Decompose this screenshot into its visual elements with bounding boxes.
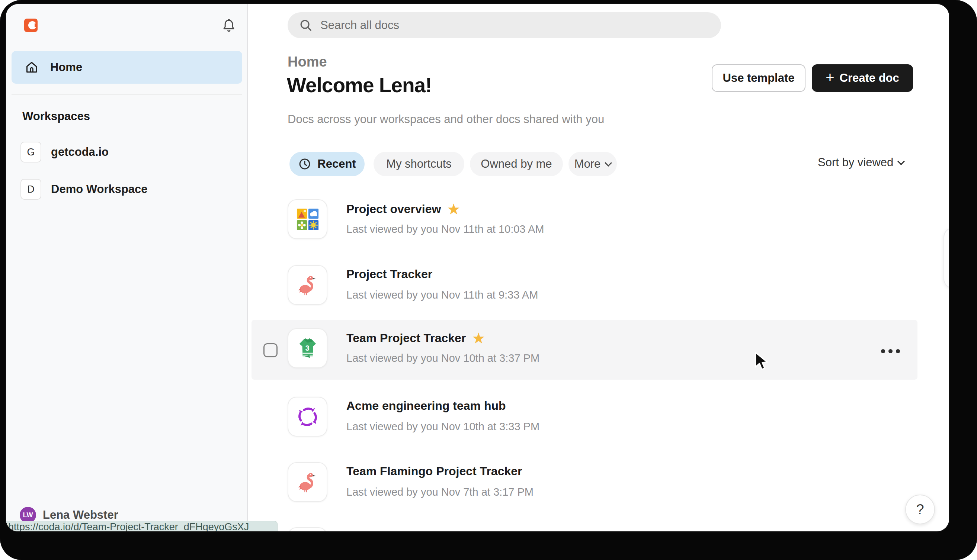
doc-icon-collage — [287, 199, 327, 239]
doc-meta: Last viewed by you Nov 7th at 3:17 PM — [346, 486, 533, 498]
use-template-button[interactable]: Use template — [712, 64, 805, 92]
hidden-edge-panel[interactable] — [944, 228, 950, 288]
screenshot-stage: Home Workspaces G getcoda.io D Demo Work… — [0, 0, 977, 560]
bell-icon[interactable] — [221, 18, 237, 34]
tab-label: My shortcuts — [386, 157, 452, 171]
star-icon[interactable]: ★ — [473, 330, 484, 346]
sidebar-home-label: Home — [50, 61, 82, 74]
workspaces-heading: Workspaces — [22, 110, 90, 123]
clock-icon — [298, 157, 311, 171]
mouse-cursor-icon — [753, 352, 770, 372]
create-doc-button[interactable]: + Create doc — [812, 64, 913, 92]
doc-row-project-overview[interactable]: Project overview★ Last viewed by you Nov… — [6, 199, 921, 265]
doc-title: Project Tracker — [346, 267, 433, 281]
doc-icon-jersey — [287, 328, 327, 368]
workspace-badge: G — [20, 142, 41, 162]
doc-icon-flamingo — [287, 527, 327, 532]
search-icon — [299, 18, 313, 32]
workspace-name: Demo Workspace — [51, 183, 148, 196]
workspace-badge: D — [20, 179, 41, 200]
star-icon[interactable]: ★ — [448, 202, 459, 217]
tab-label: Recent — [317, 157, 356, 171]
doc-title: Team Hub — [346, 530, 403, 532]
doc-row-acme-engineering[interactable]: Acme engineering team hub★ Last viewed b… — [6, 397, 921, 463]
doc-row-team-project-tracker[interactable]: Team Project Tracker★ Last viewed by you… — [6, 320, 921, 380]
tab-recent[interactable]: Recent — [289, 152, 365, 176]
workspace-name: getcoda.io — [51, 145, 109, 159]
doc-icon-cycle — [287, 397, 327, 437]
sidebar-item-getcoda[interactable]: G getcoda.io — [6, 137, 248, 167]
doc-icon-flamingo — [287, 265, 327, 305]
home-icon — [24, 60, 39, 75]
tab-owned-by-me[interactable]: Owned by me — [470, 152, 563, 176]
tab-more[interactable]: More — [568, 152, 617, 176]
doc-title: Team Flamingo Project Tracker — [346, 465, 522, 478]
chevron-down-icon — [897, 158, 905, 165]
sort-dropdown[interactable]: Sort by viewed — [818, 156, 904, 169]
search-bar[interactable] — [287, 12, 721, 38]
tab-my-shortcuts[interactable]: My shortcuts — [374, 152, 464, 176]
breadcrumb: Home — [287, 54, 327, 70]
doc-meta: Last viewed by you Nov 10th at 3:37 PM — [346, 352, 539, 364]
use-template-label: Use template — [723, 72, 795, 85]
status-url-tooltip: https://coda.io/d/Team-Project-Tracker_d… — [6, 521, 277, 532]
doc-title: Acme engineering team hub — [346, 399, 506, 412]
doc-meta: Last viewed by you Nov 11th at 9:33 AM — [346, 289, 538, 301]
app-window: Home Workspaces G getcoda.io D Demo Work… — [5, 3, 950, 532]
tab-label: More — [575, 157, 601, 171]
doc-meta: Last viewed by you Nov 11th at 10:03 AM — [346, 223, 544, 235]
doc-title: Team Project Tracker — [346, 331, 466, 345]
doc-meta: Last viewed by you Nov 10th at 3:33 PM — [346, 420, 539, 433]
more-options-button[interactable] — [881, 349, 900, 353]
sidebar-item-home[interactable]: Home — [12, 51, 242, 84]
page-subtitle: Docs across your workspaces and other do… — [287, 113, 604, 126]
status-url-text: https://coda.io/d/Team-Project-Tracker_d… — [8, 521, 249, 533]
coda-logo-notch — [35, 23, 38, 27]
search-input[interactable] — [320, 18, 693, 32]
coda-logo[interactable] — [24, 18, 38, 32]
row-checkbox[interactable] — [264, 343, 277, 357]
doc-icon-flamingo — [287, 462, 327, 502]
help-button[interactable]: ? — [905, 495, 935, 524]
doc-row-team-flamingo[interactable]: Team Flamingo Project Tracker★ Last view… — [6, 462, 921, 528]
create-doc-label: Create doc — [840, 72, 899, 85]
sidebar-divider — [12, 95, 242, 95]
doc-title: Project overview — [346, 202, 441, 216]
tab-label: Owned by me — [481, 157, 552, 171]
question-mark-icon: ? — [916, 502, 924, 518]
chevron-down-icon — [605, 159, 612, 167]
sort-label: Sort by viewed — [818, 156, 893, 169]
page-title: Welcome Lena! — [287, 73, 432, 97]
